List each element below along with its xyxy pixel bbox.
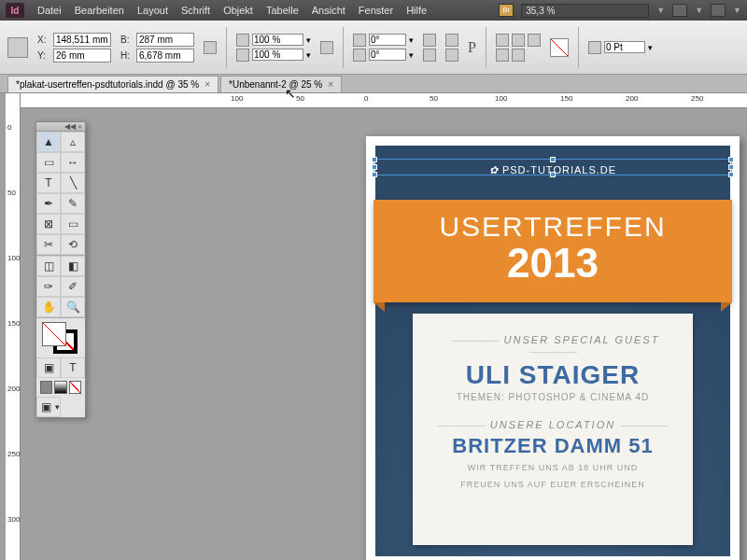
hand-tool[interactable]: ✋ <box>36 297 61 317</box>
wrap-bbox-icon[interactable] <box>512 34 525 47</box>
line-tool[interactable]: ╲ <box>61 173 85 193</box>
ruler-vertical[interactable]: 0 50 100 150 200 250 300 <box>6 93 21 560</box>
y-input[interactable] <box>53 49 111 63</box>
screen-mode-icon[interactable] <box>672 4 687 17</box>
gap-tool[interactable]: ↔ <box>61 152 85 173</box>
reference-point-icon[interactable] <box>7 37 28 58</box>
menu-tabelle[interactable]: Tabelle <box>266 5 299 16</box>
page-tool[interactable]: ▭ <box>36 152 61 173</box>
tab-label: *plakat-usertreffen-psdtutorials.indd @ … <box>16 79 199 90</box>
wrap-shape-icon[interactable] <box>528 34 541 47</box>
location-sub2: FREUEN UNS AUF EUER ERSCHEINEN <box>424 479 682 492</box>
ruler-tick: 0 <box>364 94 368 103</box>
constrain-scale-icon[interactable] <box>320 41 333 54</box>
flip-v-icon[interactable] <box>445 49 458 62</box>
direct-selection-tool[interactable]: ▵ <box>61 132 85 152</box>
y-label: Y: <box>37 50 50 61</box>
menu-objekt[interactable]: Objekt <box>223 5 253 16</box>
chevron-down-icon[interactable]: ▾ <box>409 35 414 45</box>
menu-ansicht[interactable]: Ansicht <box>312 5 345 16</box>
shear-input[interactable] <box>369 49 406 61</box>
type-tool[interactable]: T <box>36 173 61 193</box>
menu-schrift[interactable]: Schrift <box>181 5 210 16</box>
flip-h-icon[interactable] <box>445 34 458 47</box>
scale-y-icon <box>236 49 249 62</box>
zoom-select[interactable] <box>521 4 649 18</box>
close-icon[interactable]: × <box>328 79 333 90</box>
chevron-down-icon[interactable]: ▾ <box>648 43 653 52</box>
ruler-tick: 200 <box>626 94 638 103</box>
arrange-icon[interactable] <box>711 4 726 17</box>
chevron-down-icon[interactable]: ▾ <box>409 50 414 60</box>
bridge-icon[interactable]: Br <box>499 4 514 17</box>
canvas[interactable]: ◀◀ × ▲ ▵ ▭ ↔ T ╲ ✒ ✎ ⊠ ▭ ✂ ⟲ ◫ ◧ ✑ ✐ ✋ 🔍 <box>21 108 747 560</box>
menu-hilfe[interactable]: Hilfe <box>406 5 427 16</box>
color-mode-swatches <box>36 378 85 397</box>
h-input[interactable] <box>136 49 194 63</box>
fill-swatch[interactable] <box>42 322 66 346</box>
menu-fenster[interactable]: Fenster <box>359 5 393 16</box>
screen-mode-chevron-icon[interactable]: ▼ <box>695 6 703 15</box>
stroke-input[interactable] <box>604 41 645 53</box>
zoom-tool[interactable]: 🔍 <box>61 297 85 317</box>
banner-title: USERTREFFEN <box>374 200 732 243</box>
eyedropper-tool[interactable]: ✐ <box>61 276 85 297</box>
guest-sub: THEMEN: PHOTOSHOP & CINEMA 4D <box>424 392 682 402</box>
apply-none-icon[interactable] <box>69 381 81 394</box>
poster-background: ✿PSD-TUTORIALS.DE USERTREFFEN 2013 UNSER… <box>375 146 730 556</box>
apply-color-icon[interactable] <box>40 381 52 394</box>
wrap-none-icon[interactable] <box>496 34 509 47</box>
formatting-text-icon[interactable]: T <box>61 357 85 378</box>
rotate-cw-icon[interactable] <box>423 34 436 47</box>
ruler-tick: 150 <box>7 319 20 328</box>
guest-name: ULI STAIGER <box>424 360 682 390</box>
tab-unbenannt[interactable]: *Unbenannt-2 @ 25 %× <box>220 76 342 92</box>
paragraph-style-icon[interactable]: P <box>468 39 476 56</box>
scissors-tool[interactable]: ✂ <box>36 234 61 255</box>
rectangle-frame-tool[interactable]: ⊠ <box>36 214 61 234</box>
x-label: X: <box>37 35 50 45</box>
fill-swatch[interactable] <box>550 38 569 57</box>
tab-plakat[interactable]: *plakat-usertreffen-psdtutorials.indd @ … <box>7 76 218 92</box>
gradient-feather-tool[interactable]: ◧ <box>61 256 85 276</box>
note-tool[interactable]: ✑ <box>36 276 61 297</box>
toolbox-header[interactable]: ◀◀ × <box>36 122 85 132</box>
ruler-tick: 150 <box>560 94 572 103</box>
rotate-icon <box>353 34 366 47</box>
constrain-icon[interactable] <box>204 41 217 54</box>
gradient-swatch-tool[interactable]: ◫ <box>36 256 61 276</box>
view-mode[interactable]: ▣ ▾ <box>36 397 61 417</box>
selection-tool[interactable]: ▲ <box>36 132 61 152</box>
wrap-jump-icon[interactable] <box>496 49 509 62</box>
rectangle-tool[interactable]: ▭ <box>61 214 85 234</box>
ruler-horizontal[interactable]: 100 50 0 50 100 150 200 250 <box>21 93 747 108</box>
wrap-column-icon[interactable] <box>512 49 525 62</box>
ruler-tick: 50 <box>7 189 16 197</box>
menu-datei[interactable]: Datei <box>37 5 62 16</box>
ruler-tick: 250 <box>691 94 703 103</box>
zoom-chevron-icon[interactable]: ▼ <box>656 6 665 15</box>
pen-tool[interactable]: ✒ <box>36 193 61 214</box>
menu-bearbeiten[interactable]: Bearbeiten <box>75 5 124 16</box>
arrange-chevron-icon[interactable]: ▼ <box>733 6 741 15</box>
rotate-ccw-icon[interactable] <box>423 49 436 62</box>
pencil-tool[interactable]: ✎ <box>61 193 85 214</box>
selection-frame[interactable] <box>374 159 732 175</box>
poster-card: UNSER SPECIAL GUEST ULI STAIGER THEMEN: … <box>413 314 693 545</box>
x-input[interactable] <box>53 33 111 47</box>
fill-stroke-control[interactable] <box>36 318 85 357</box>
ruler-tick: 200 <box>7 385 20 393</box>
formatting-container-icon[interactable]: ▣ <box>36 357 61 378</box>
poster-page[interactable]: ✿PSD-TUTORIALS.DE USERTREFFEN 2013 UNSER… <box>366 136 740 560</box>
w-input[interactable] <box>136 33 194 47</box>
close-icon[interactable]: × <box>204 79 210 90</box>
scale-x-input[interactable] <box>252 34 303 46</box>
scale-y-input[interactable] <box>252 49 303 61</box>
chevron-down-icon[interactable]: ▾ <box>306 50 311 60</box>
free-transform-tool[interactable]: ⟲ <box>61 234 85 255</box>
rotate-input[interactable] <box>369 34 406 46</box>
menu-layout[interactable]: Layout <box>137 5 168 16</box>
chevron-down-icon[interactable]: ▾ <box>306 35 311 45</box>
apply-gradient-icon[interactable] <box>54 381 66 394</box>
tab-label: *Unbenannt-2 @ 25 % <box>229 79 322 90</box>
